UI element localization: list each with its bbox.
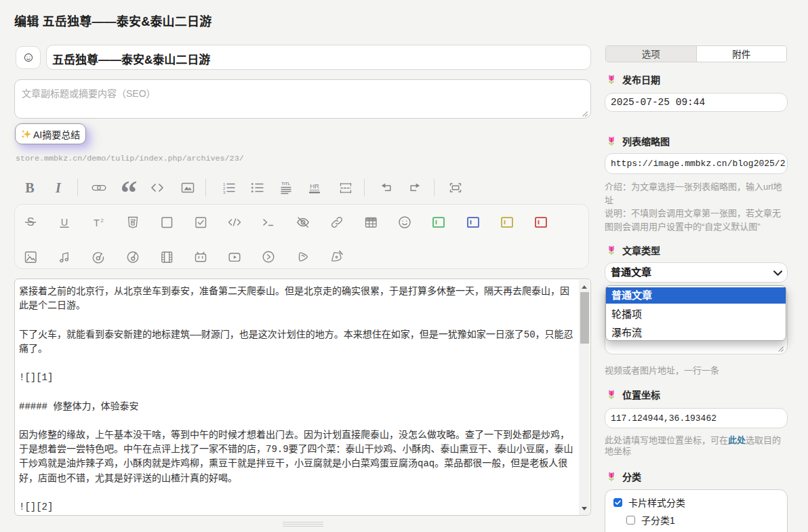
svg-text:TITL: TITL — [282, 182, 291, 186]
svg-text:3: 3 — [223, 190, 226, 195]
svg-text:HR: HR — [310, 182, 319, 190]
svg-text:2: 2 — [101, 218, 104, 224]
svg-text:“: “ — [121, 180, 136, 195]
svg-text:U: U — [61, 217, 68, 228]
svg-text:T: T — [94, 218, 100, 228]
